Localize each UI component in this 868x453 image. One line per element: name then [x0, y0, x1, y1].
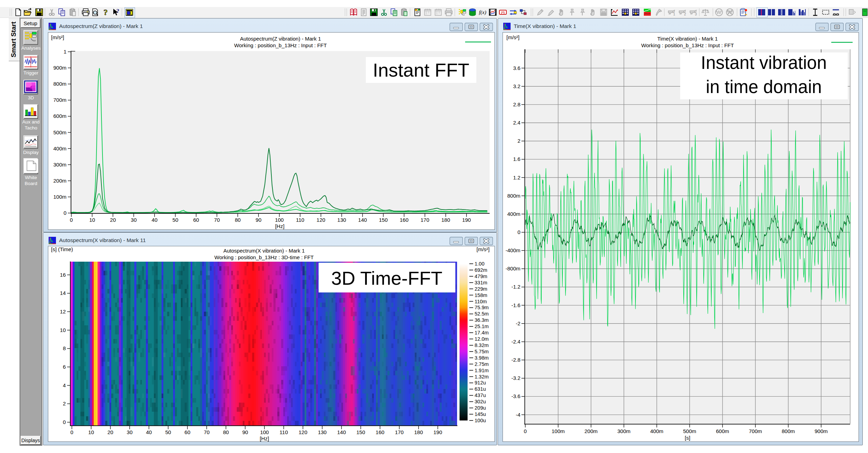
svg-text:Instant vibration: Instant vibration [701, 53, 827, 73]
svg-text:-2.4: -2.4 [511, 339, 520, 345]
svg-text:-4: -4 [516, 412, 520, 418]
svg-text:300m: 300m [617, 428, 631, 434]
svg-text:0: 0 [518, 229, 520, 235]
svg-text:Working : position_b_13Hz : In: Working : position_b_13Hz : Input : FFT [641, 42, 734, 48]
svg-text:-3.6: -3.6 [511, 393, 520, 399]
svg-text:800m: 800m [782, 428, 795, 434]
svg-text:400m: 400m [650, 428, 663, 434]
svg-text:3.2: 3.2 [513, 83, 520, 89]
svg-text:Time(X vibration) - Mark 1: Time(X vibration) - Mark 1 [657, 36, 718, 42]
svg-text:-2: -2 [516, 320, 520, 326]
svg-text:1.2: 1.2 [513, 175, 520, 181]
svg-text:[m/s²]: [m/s²] [506, 34, 520, 40]
svg-text:100m: 100m [552, 428, 565, 434]
svg-text:-800m: -800m [505, 266, 520, 271]
svg-text:0: 0 [524, 428, 527, 434]
svg-text:2: 2 [518, 138, 520, 144]
svg-text:600m: 600m [716, 428, 729, 434]
svg-text:-2.8: -2.8 [511, 357, 520, 363]
svg-text:in time domain: in time domain [706, 77, 822, 97]
svg-text:700m: 700m [749, 428, 762, 434]
svg-text:400m: 400m [507, 211, 520, 217]
svg-text:[s]: [s] [685, 435, 690, 441]
svg-text:2.8: 2.8 [513, 101, 520, 107]
svg-text:200m: 200m [584, 428, 598, 434]
svg-text:500m: 500m [683, 428, 696, 434]
svg-text:800m: 800m [507, 193, 520, 199]
svg-text:-1.6: -1.6 [511, 302, 520, 308]
svg-text:-400m: -400m [505, 247, 520, 253]
svg-text:-3.2: -3.2 [511, 375, 520, 381]
svg-text:3.6: 3.6 [513, 65, 520, 71]
svg-text:900m: 900m [814, 428, 828, 434]
svg-text:2.4: 2.4 [513, 120, 520, 126]
svg-text:1.6: 1.6 [513, 156, 520, 162]
svg-text:-1.2: -1.2 [511, 284, 520, 290]
